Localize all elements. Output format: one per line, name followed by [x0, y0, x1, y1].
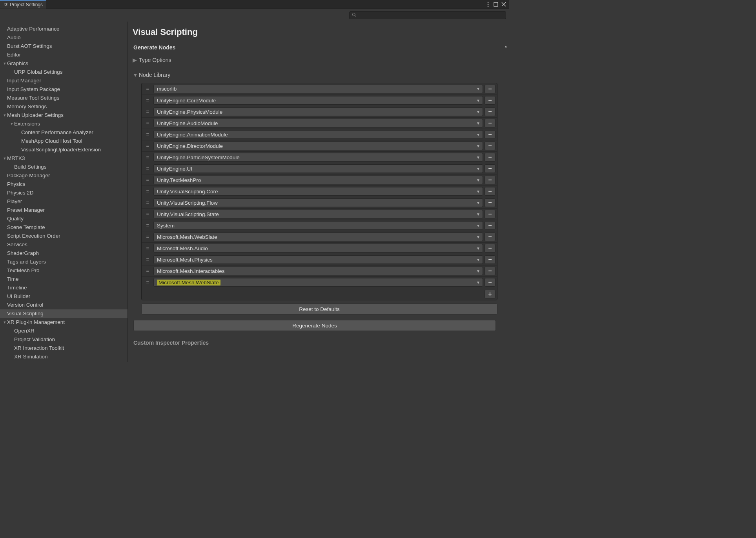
sidebar-item[interactable]: MeshApp Cloud Host Tool — [0, 137, 128, 145]
library-dropdown[interactable]: UnityEngine.ParticleSystemModule▼ — [153, 153, 483, 162]
sidebar-item[interactable]: Physics 2D — [0, 189, 128, 197]
drag-handle-icon[interactable]: = — [143, 211, 152, 217]
sidebar-item[interactable]: Player — [0, 197, 128, 206]
remove-library-button[interactable]: − — [485, 255, 495, 264]
sidebar-item[interactable]: Memory Settings — [0, 102, 128, 111]
sidebar-item[interactable]: Package Manager — [0, 171, 128, 180]
sidebar-item[interactable]: Input System Package — [0, 85, 128, 94]
remove-library-button[interactable]: − — [485, 142, 495, 150]
drag-handle-icon[interactable]: = — [143, 245, 152, 251]
sidebar-item[interactable]: Services — [0, 240, 128, 249]
library-dropdown[interactable]: Unity.VisualScripting.Core▼ — [153, 187, 483, 196]
remove-library-button[interactable]: − — [485, 210, 495, 218]
library-dropdown[interactable]: UnityEngine.CoreModule▼ — [153, 96, 483, 105]
remove-library-button[interactable]: − — [485, 85, 495, 93]
scroll-up-icon[interactable]: ▲ — [504, 44, 508, 48]
sidebar-item[interactable]: ▼MRTK3 — [0, 154, 128, 163]
library-dropdown[interactable]: Unity.VisualScripting.Flow▼ — [153, 198, 483, 207]
sidebar-item[interactable]: ShaderGraph — [0, 249, 128, 258]
drag-handle-icon[interactable]: = — [143, 120, 152, 126]
library-dropdown[interactable]: Microsoft.Mesh.Physics▼ — [153, 255, 483, 264]
drag-handle-icon[interactable]: = — [143, 154, 152, 160]
node-library-foldout[interactable]: ▼ Node Library — [132, 70, 509, 80]
drag-handle-icon[interactable]: = — [143, 256, 152, 263]
drag-handle-icon[interactable]: = — [143, 188, 152, 194]
drag-handle-icon[interactable]: = — [143, 143, 152, 149]
sidebar-item[interactable]: Timeline — [0, 284, 128, 292]
drag-handle-icon[interactable]: = — [143, 234, 152, 240]
remove-library-button[interactable]: − — [485, 278, 495, 287]
sidebar-item[interactable]: Version Control — [0, 301, 128, 309]
sidebar-item[interactable]: XR Interaction Toolkit — [0, 344, 128, 353]
drag-handle-icon[interactable]: = — [143, 165, 152, 172]
library-dropdown[interactable]: UnityEngine.AnimationModule▼ — [153, 130, 483, 139]
sidebar-item[interactable]: TextMesh Pro — [0, 266, 128, 275]
remove-library-button[interactable]: − — [485, 221, 495, 230]
sidebar-item[interactable]: VisualScriptingUploaderExtension — [0, 145, 128, 154]
sidebar-item[interactable]: ▼XR Plug-in Management — [0, 318, 128, 327]
remove-library-button[interactable]: − — [485, 164, 495, 173]
remove-library-button[interactable]: − — [485, 187, 495, 196]
library-dropdown[interactable]: Microsoft.Mesh.WebSlate▼ — [153, 278, 483, 287]
sidebar-item[interactable]: ▼Extensions — [0, 120, 128, 128]
sidebar-item[interactable]: ▼Graphics — [0, 59, 128, 68]
kebab-menu-icon[interactable] — [485, 1, 491, 8]
sidebar-item[interactable]: Preset Manager — [0, 206, 128, 214]
sidebar-item[interactable]: Burst AOT Settings — [0, 42, 128, 51]
remove-library-button[interactable]: − — [485, 107, 495, 116]
library-dropdown[interactable]: System▼ — [153, 221, 483, 230]
drag-handle-icon[interactable]: = — [143, 97, 152, 104]
maximize-icon[interactable] — [493, 1, 499, 7]
drag-handle-icon[interactable]: = — [143, 222, 152, 229]
regenerate-nodes-button[interactable]: Regenerate Nodes — [133, 320, 496, 331]
sidebar-item[interactable]: Tags and Layers — [0, 258, 128, 266]
sidebar-item[interactable]: Physics — [0, 180, 128, 189]
close-icon[interactable] — [501, 1, 507, 7]
library-dropdown[interactable]: mscorlib▼ — [153, 85, 483, 93]
sidebar-item[interactable]: UI Builder — [0, 292, 128, 301]
sidebar-item[interactable]: Time — [0, 275, 128, 284]
reset-defaults-button[interactable]: Reset to Defaults — [141, 304, 497, 314]
sidebar-item[interactable]: OpenXR — [0, 327, 128, 335]
library-dropdown[interactable]: Microsoft.Mesh.Interactables▼ — [153, 267, 483, 275]
type-options-foldout[interactable]: ▶ Type Options — [132, 55, 509, 65]
sidebar-item[interactable]: Adaptive Performance — [0, 25, 128, 33]
library-dropdown[interactable]: Microsoft.Mesh.WebSlate▼ — [153, 233, 483, 241]
drag-handle-icon[interactable]: = — [143, 131, 152, 138]
library-dropdown[interactable]: Unity.VisualScripting.State▼ — [153, 210, 483, 218]
remove-library-button[interactable]: − — [485, 130, 495, 139]
drag-handle-icon[interactable]: = — [143, 177, 152, 183]
sidebar-item[interactable]: ▼Mesh Uploader Settings — [0, 111, 128, 120]
sidebar-item[interactable]: Project Validation — [0, 335, 128, 344]
remove-library-button[interactable]: − — [485, 119, 495, 127]
drag-handle-icon[interactable]: = — [143, 200, 152, 206]
add-library-button[interactable]: + — [485, 290, 495, 298]
sidebar-item[interactable]: Quality — [0, 214, 128, 223]
remove-library-button[interactable]: − — [485, 96, 495, 105]
remove-library-button[interactable]: − — [485, 153, 495, 162]
remove-library-button[interactable]: − — [485, 176, 495, 184]
sidebar-item[interactable]: Visual Scripting — [0, 309, 128, 318]
remove-library-button[interactable]: − — [485, 244, 495, 253]
sidebar-item[interactable]: Input Manager — [0, 76, 128, 85]
library-dropdown[interactable]: Unity.TextMeshPro▼ — [153, 176, 483, 184]
sidebar-item[interactable]: Audio — [0, 33, 128, 42]
sidebar-item[interactable]: URP Global Settings — [0, 68, 128, 76]
library-dropdown[interactable]: Microsoft.Mesh.Audio▼ — [153, 244, 483, 253]
remove-library-button[interactable]: − — [485, 198, 495, 207]
sidebar-item[interactable]: XR Simulation — [0, 353, 128, 361]
sidebar-item[interactable]: Scene Template — [0, 223, 128, 232]
drag-handle-icon[interactable]: = — [143, 109, 152, 115]
library-dropdown[interactable]: UnityEngine.AudioModule▼ — [153, 119, 483, 127]
drag-handle-icon[interactable]: = — [143, 279, 152, 285]
library-dropdown[interactable]: UnityEngine.UI▼ — [153, 164, 483, 173]
drag-handle-icon[interactable]: = — [143, 268, 152, 274]
sidebar-item[interactable]: Script Execution Order — [0, 232, 128, 240]
remove-library-button[interactable]: − — [485, 267, 495, 275]
tab-project-settings[interactable]: Project Settings — [0, 0, 46, 9]
remove-library-button[interactable]: − — [485, 233, 495, 241]
library-dropdown[interactable]: UnityEngine.PhysicsModule▼ — [153, 107, 483, 116]
sidebar-item[interactable]: Editor — [0, 51, 128, 59]
drag-handle-icon[interactable]: = — [143, 86, 152, 92]
sidebar-item[interactable]: Build Settings — [0, 163, 128, 171]
